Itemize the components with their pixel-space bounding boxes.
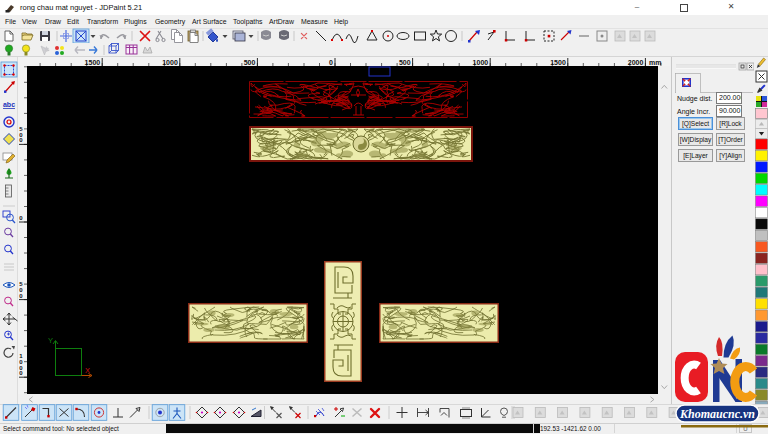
svg-text:Khomaucnc.vn: Khomaucnc.vn bbox=[679, 407, 755, 421]
